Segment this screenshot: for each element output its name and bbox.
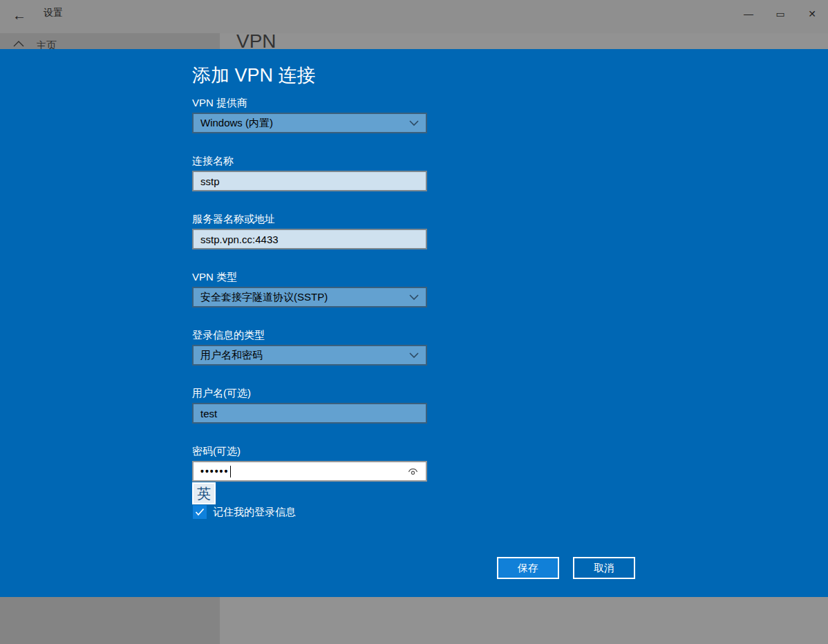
back-button[interactable]: ← bbox=[4, 1, 35, 29]
password-input[interactable]: •••••• bbox=[192, 461, 427, 482]
add-vpn-dialog: 添加 VPN 连接 VPN 提供商 Windows (内置) 连接名称 sstp… bbox=[0, 49, 828, 597]
server-address-input[interactable]: sstp.vpn.cc:4433 bbox=[192, 229, 427, 249]
connection-name-label: 连接名称 bbox=[192, 155, 427, 168]
signin-type-select[interactable]: 用户名和密码 bbox=[192, 345, 427, 366]
vpn-type-value: 安全套接字隧道协议(SSTP) bbox=[200, 291, 328, 304]
app-title: 设置 bbox=[44, 7, 63, 19]
screen: { "window": { "title": "设置", "back_icon"… bbox=[0, 0, 828, 644]
cancel-button-label: 取消 bbox=[594, 562, 614, 575]
vpn-provider-select[interactable]: Windows (内置) bbox=[192, 113, 427, 133]
close-icon: ✕ bbox=[808, 8, 816, 19]
save-button-label: 保存 bbox=[518, 562, 538, 575]
maximize-icon: ▭ bbox=[775, 8, 784, 19]
minimize-icon: — bbox=[744, 8, 753, 19]
connection-name-input[interactable]: sstp bbox=[192, 171, 427, 191]
username-label: 用户名(可选) bbox=[192, 387, 427, 400]
back-arrow-icon: ← bbox=[12, 8, 26, 23]
settings-titlebar: ← 设置 — ▭ ✕ bbox=[0, 0, 828, 33]
password-label: 密码(可选) bbox=[192, 445, 427, 458]
close-button[interactable]: ✕ bbox=[796, 0, 828, 28]
window-controls: — ▭ ✕ bbox=[733, 0, 828, 28]
remember-signin-checkbox-row[interactable]: 记住我的登录信息 bbox=[193, 505, 296, 519]
chevron-down-icon bbox=[409, 120, 419, 126]
vpn-provider-label: VPN 提供商 bbox=[192, 97, 427, 110]
username-value: test bbox=[200, 408, 217, 419]
password-masked-value: •••••• bbox=[200, 466, 229, 477]
chevron-down-icon bbox=[409, 294, 419, 301]
chevron-down-icon bbox=[409, 352, 419, 359]
vpn-type-label: VPN 类型 bbox=[192, 271, 427, 284]
ime-mode-label: 英 bbox=[197, 484, 211, 503]
signin-type-label: 登录信息的类型 bbox=[192, 329, 427, 342]
remember-signin-label: 记住我的登录信息 bbox=[213, 506, 296, 519]
maximize-button[interactable]: ▭ bbox=[764, 0, 796, 28]
checkmark-icon bbox=[195, 508, 205, 516]
server-address-value: sstp.vpn.cc:4433 bbox=[200, 234, 279, 245]
username-input[interactable]: test bbox=[192, 403, 427, 424]
text-caret bbox=[230, 466, 231, 477]
minimize-button[interactable]: — bbox=[733, 0, 764, 28]
vpn-provider-value: Windows (内置) bbox=[200, 117, 273, 130]
vpn-type-select[interactable]: 安全套接字隧道协议(SSTP) bbox=[192, 287, 427, 307]
dialog-title: 添加 VPN 连接 bbox=[192, 63, 316, 88]
checkbox-checked bbox=[193, 505, 207, 519]
cancel-button[interactable]: 取消 bbox=[573, 557, 635, 579]
ime-mode-indicator[interactable]: 英 bbox=[192, 482, 216, 504]
reveal-password-icon[interactable] bbox=[407, 466, 419, 476]
signin-type-value: 用户名和密码 bbox=[200, 349, 263, 362]
server-address-label: 服务器名称或地址 bbox=[192, 213, 427, 226]
save-button[interactable]: 保存 bbox=[497, 557, 559, 579]
connection-name-value: sstp bbox=[200, 176, 220, 187]
